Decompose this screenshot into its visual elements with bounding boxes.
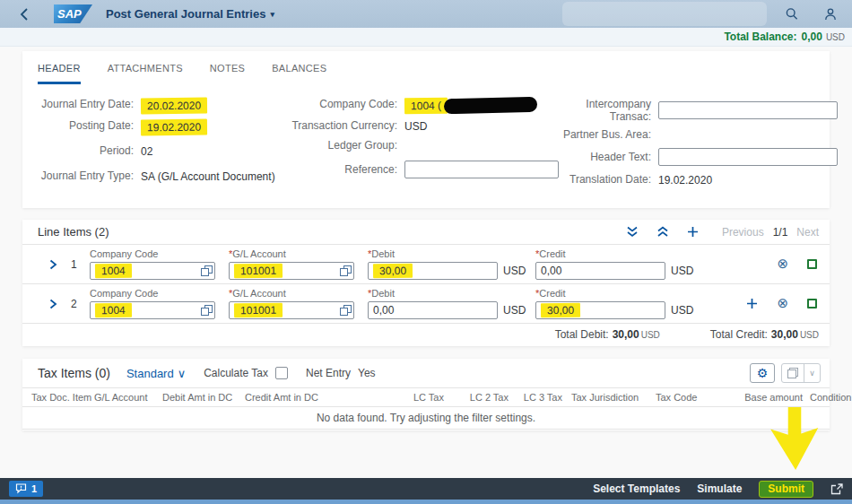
- translation-date-label: Translation Date:: [545, 173, 658, 186]
- search-button[interactable]: [785, 7, 799, 22]
- period-value: 02: [141, 144, 152, 159]
- debit-value: 30,00: [373, 264, 413, 279]
- net-entry-label: Net Entry: [306, 367, 351, 379]
- credit-value: 0,00: [541, 265, 561, 277]
- field-transaction-currency: Transaction Currency: USD: [291, 119, 559, 134]
- pager-next[interactable]: Next: [796, 226, 819, 239]
- share-icon: [830, 483, 843, 495]
- shell-actions: [785, 0, 838, 28]
- icon-tab-bar: HEADER ATTACHMENTS NOTES BALANCES: [22, 51, 830, 84]
- gl-account-field: *G/L Account 101001: [229, 288, 354, 319]
- simulate-button[interactable]: Simulate: [697, 482, 742, 495]
- credit-currency: USD: [671, 265, 693, 277]
- line-items-titlebar: Line Items (2) Previous 1/1 Next: [22, 220, 830, 244]
- intercompany-transac-input[interactable]: [658, 101, 838, 119]
- journal-entry-type-label: Journal Entry Type:: [39, 169, 141, 182]
- debit-input[interactable]: 30,00: [368, 262, 498, 280]
- form-column-1: Journal Entry Date: 20.02.2020 Posting D…: [39, 98, 275, 189]
- share-button[interactable]: [830, 483, 843, 495]
- line-items-title: Line Items (2): [38, 225, 109, 239]
- expand-all-button[interactable]: [656, 226, 669, 238]
- total-balance-bar: Total Balance: 0,00 USD: [0, 28, 852, 47]
- row-actions: ⊗: [746, 297, 817, 309]
- credit-field: *Credit 30,00: [535, 288, 665, 319]
- app-title: Post General Journal Entries: [106, 7, 265, 21]
- bottom-accent-strip: [0, 500, 852, 504]
- user-button[interactable]: [823, 7, 838, 22]
- form-column-3: Intercompany Transac: Partner Bus. Area:…: [545, 98, 838, 193]
- tab-notes[interactable]: NOTES: [210, 63, 245, 84]
- back-button[interactable]: [20, 8, 29, 21]
- table-settings-button[interactable]: ⚙: [750, 363, 775, 383]
- app-root: SAP Post General Journal Entries ▾ Total…: [0, 0, 852, 504]
- messages-button[interactable]: 1: [9, 481, 43, 497]
- status-square-icon[interactable]: [807, 259, 817, 269]
- export-menu-button[interactable]: ∨: [804, 364, 820, 382]
- export-button[interactable]: [782, 364, 804, 382]
- period-label: Period:: [39, 144, 141, 157]
- translation-date-value: 19.02.2020: [658, 173, 712, 187]
- add-row-icon[interactable]: [746, 298, 758, 309]
- header-text-input[interactable]: [658, 148, 838, 166]
- remove-row-icon[interactable]: ⊗: [777, 257, 788, 270]
- company-code-label: Company Code:: [291, 98, 404, 110]
- expand-row-button[interactable]: [49, 299, 57, 309]
- collapse-all-button[interactable]: [626, 226, 639, 238]
- tab-attachments[interactable]: ATTACHMENTS: [108, 63, 183, 84]
- expand-row-button[interactable]: [49, 259, 57, 270]
- company-code-column-label: Company Code: [90, 248, 215, 259]
- tab-balances[interactable]: BALANCES: [272, 63, 326, 84]
- journal-entry-date-label: Journal Entry Date:: [39, 98, 141, 110]
- col-debit-amt: Debit Amt in DC: [162, 392, 245, 403]
- line-item-row-2: 2 Company Code 1004 *G/L Account 101001 …: [22, 283, 830, 323]
- field-company-code: Company Code: 1004 (: [291, 98, 559, 114]
- credit-input[interactable]: 0,00: [535, 262, 665, 280]
- ledger-group-label: Ledger Group:: [291, 139, 404, 152]
- total-balance-value: 0,00: [802, 30, 822, 43]
- net-entry-control: Net Entry Yes: [306, 367, 376, 379]
- field-period: Period: 02: [39, 144, 275, 159]
- value-help-icon[interactable]: [201, 265, 213, 276]
- col-tax-code: Tax Code: [650, 392, 718, 403]
- variant-chevron-down-icon: ∨: [178, 367, 187, 380]
- remove-row-icon[interactable]: ⊗: [777, 297, 788, 309]
- col-base-amount: Base amount: [718, 392, 803, 403]
- add-line-item-button[interactable]: [687, 226, 699, 238]
- debit-value: 0,00: [373, 304, 394, 317]
- line-items-toolbar: Previous 1/1 Next: [626, 226, 819, 239]
- col-lc3-tax: LC 3 Tax: [509, 392, 562, 403]
- credit-currency: USD: [671, 304, 693, 317]
- line-items-totals: Total Debit:30,00USD Total Credit:30,00U…: [22, 323, 830, 345]
- tax-table-actions: ⚙ ∨: [750, 363, 821, 383]
- field-posting-date: Posting Date: 19.02.2020: [39, 119, 275, 135]
- credit-field: *Credit 0,00: [535, 248, 665, 280]
- select-templates-button[interactable]: Select Templates: [593, 482, 680, 495]
- value-help-icon[interactable]: [340, 265, 352, 276]
- header-card: HEADER ATTACHMENTS NOTES BALANCES Journa…: [22, 51, 830, 208]
- company-code-column-label: Company Code: [90, 288, 215, 299]
- debit-column-label: Debit: [371, 288, 395, 299]
- debit-input[interactable]: 0,00: [368, 301, 498, 319]
- gl-account-input[interactable]: 101001: [229, 262, 354, 280]
- debit-column-label: Debit: [371, 248, 395, 259]
- app-title-menu[interactable]: Post General Journal Entries ▾: [106, 7, 274, 21]
- gl-account-input[interactable]: 101001: [229, 301, 354, 319]
- reference-label: Reference:: [291, 163, 404, 176]
- value-help-icon[interactable]: [340, 305, 352, 316]
- company-code-input[interactable]: 1004: [90, 301, 215, 319]
- value-help-icon[interactable]: [201, 305, 213, 316]
- variant-selector[interactable]: Standard ∨: [126, 367, 186, 380]
- tab-header[interactable]: HEADER: [38, 63, 81, 84]
- credit-input[interactable]: 30,00: [535, 301, 665, 319]
- tax-items-header: Tax Items (0) Standard ∨ Calculate Tax N…: [22, 359, 830, 387]
- company-code-value: 1004: [95, 264, 132, 278]
- calculate-tax-checkbox[interactable]: [275, 367, 288, 379]
- reference-input[interactable]: [404, 161, 559, 178]
- total-balance-currency: USD: [826, 32, 845, 42]
- pager-previous[interactable]: Previous: [722, 226, 764, 239]
- col-gl-account: G/L Account: [94, 392, 162, 403]
- submit-button[interactable]: Submit: [759, 481, 813, 498]
- company-code-input[interactable]: 1004: [90, 262, 215, 280]
- credit-column-label: Credit: [539, 248, 565, 259]
- status-square-icon[interactable]: [807, 299, 817, 308]
